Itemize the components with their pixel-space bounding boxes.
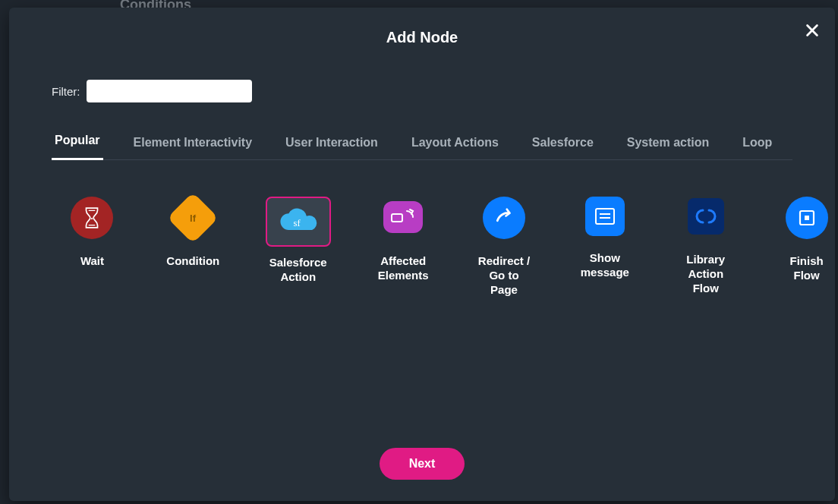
node-label: Salesforce Action — [266, 256, 331, 285]
message-icon — [585, 197, 625, 236]
node-label: Wait — [80, 254, 104, 269]
hourglass-icon — [71, 197, 113, 239]
affected-icon — [383, 201, 423, 233]
node-label: Affected Elements — [375, 254, 432, 283]
node-redirect[interactable]: Redirect / Go to Page — [476, 197, 533, 297]
cloud-icon: sf — [276, 206, 320, 237]
node-library-action-flow[interactable]: Library Action Flow — [677, 197, 734, 295]
modal-title: Add Node — [9, 8, 835, 46]
add-node-modal: Add Node Filter: Popular Element Interac… — [9, 8, 835, 501]
svg-rect-7 — [805, 216, 809, 220]
node-affected-elements[interactable]: Affected Elements — [375, 197, 432, 283]
node-show-message[interactable]: Show message — [576, 197, 633, 280]
svg-rect-3 — [596, 209, 614, 224]
svg-rect-2 — [392, 214, 402, 222]
node-label: Show message — [576, 251, 633, 280]
svg-point-0 — [91, 218, 93, 219]
redirect-icon — [483, 197, 525, 239]
node-grid: Wait If Condition sf Salesforce Action — [64, 197, 835, 297]
tab-salesforce[interactable]: Salesforce — [529, 136, 597, 160]
tab-system-action[interactable]: System action — [624, 136, 712, 160]
node-condition[interactable]: If Condition — [165, 197, 222, 269]
node-label: Library Action Flow — [677, 253, 734, 295]
filter-label: Filter: — [52, 85, 80, 98]
tab-popular[interactable]: Popular — [52, 134, 103, 160]
node-finish-flow[interactable]: Finish Flow — [778, 197, 835, 283]
node-salesforce-action[interactable]: sf Salesforce Action — [266, 197, 331, 285]
tab-element-interactivity[interactable]: Element Interactivity — [131, 136, 256, 160]
node-label: Finish Flow — [778, 254, 835, 283]
next-button[interactable]: Next — [380, 448, 465, 480]
tabs: Popular Element Interactivity User Inter… — [52, 133, 792, 160]
diamond-icon: If — [167, 192, 219, 244]
library-icon — [688, 198, 724, 235]
filter-row: Filter: — [52, 80, 835, 102]
close-button[interactable] — [802, 20, 823, 41]
node-label: Redirect / Go to Page — [476, 254, 533, 297]
tab-loop[interactable]: Loop — [739, 136, 775, 160]
node-wait[interactable]: Wait — [64, 197, 121, 269]
tab-user-interaction[interactable]: User Interaction — [282, 136, 381, 160]
finish-icon — [786, 197, 828, 239]
tab-layout-actions[interactable]: Layout Actions — [408, 136, 502, 160]
node-label: Condition — [166, 254, 219, 269]
close-icon — [804, 22, 821, 39]
svg-text:sf: sf — [293, 218, 301, 228]
selected-frame: sf — [266, 197, 331, 247]
filter-input[interactable] — [87, 80, 252, 102]
